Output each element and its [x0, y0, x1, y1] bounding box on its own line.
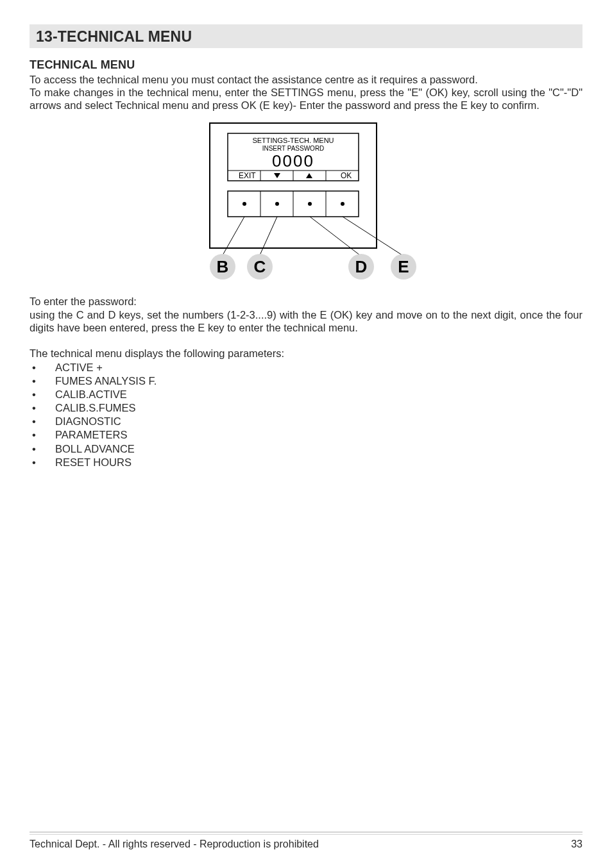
- button-b-dot: [242, 202, 246, 206]
- list-item: •ACTIVE +: [30, 361, 582, 374]
- list-item-label: PARAMETERS: [55, 428, 127, 442]
- list-item: •PARAMETERS: [30, 428, 582, 442]
- label-c: C: [254, 257, 266, 276]
- section-header: 13-TECHNICAL MENU: [30, 24, 582, 48]
- list-item-label: RESET HOURS: [55, 456, 132, 469]
- bullet-icon: •: [30, 456, 55, 469]
- list-item-label: ACTIVE +: [55, 361, 103, 374]
- bullet-icon: •: [30, 401, 55, 415]
- bullet-icon: •: [30, 388, 55, 401]
- label-e: E: [398, 257, 409, 276]
- list-item-label: DIAGNOSTIC: [55, 415, 121, 428]
- list-item-label: CALIB.S.FUMES: [55, 401, 136, 415]
- softkey-ok: OK: [341, 171, 352, 180]
- label-d: D: [355, 257, 368, 276]
- page-footer: Technical Dept. - All rights reserved - …: [30, 831, 582, 850]
- intro-line-1: To access the technical menu you must co…: [30, 73, 582, 86]
- bullet-icon: •: [30, 374, 55, 388]
- footer-left-text: Technical Dept. - All rights reserved - …: [30, 839, 319, 850]
- screen-title: SETTINGS-TECH. MENU: [252, 137, 334, 144]
- softkey-exit: EXIT: [239, 171, 256, 180]
- footer-rule: [30, 834, 582, 835]
- list-item: •CALIB.ACTIVE: [30, 388, 582, 401]
- list-item: •FUMES ANALYSIS F.: [30, 374, 582, 388]
- list-item-label: CALIB.ACTIVE: [55, 388, 127, 401]
- list-item: •CALIB.S.FUMES: [30, 401, 582, 415]
- bullet-icon: •: [30, 415, 55, 428]
- subheading: TECHNICAL MENU: [30, 58, 582, 72]
- page-number: 33: [571, 839, 582, 850]
- list-item: •RESET HOURS: [30, 456, 582, 469]
- button-c-dot: [275, 202, 279, 206]
- label-b: B: [217, 257, 229, 276]
- button-d-dot: [308, 202, 312, 206]
- bullet-icon: •: [30, 428, 55, 442]
- list-item-label: FUMES ANALYSIS F.: [55, 374, 157, 388]
- list-intro: The technical menu displays the followin…: [30, 347, 582, 360]
- button-e-dot: [341, 202, 344, 206]
- screen-value: 0000: [272, 151, 314, 171]
- list-item: •DIAGNOSTIC: [30, 415, 582, 428]
- intro-line-2: To make changes in the technical menu, e…: [30, 86, 582, 112]
- section-title: 13-TECHNICAL MENU: [36, 28, 576, 46]
- bullet-icon: •: [30, 442, 55, 456]
- parameter-list: •ACTIVE + •FUMES ANALYSIS F. •CALIB.ACTI…: [30, 361, 582, 469]
- device-diagram: SETTINGS-TECH. MENU INSERT PASSWORD 0000…: [30, 121, 582, 287]
- bullet-icon: •: [30, 361, 55, 374]
- footer-rule: [30, 831, 582, 833]
- enter-password-heading: To enter the password:: [30, 295, 582, 308]
- list-item: •BOLL ADVANCE: [30, 442, 582, 456]
- enter-password-body: using the C and D keys, set the numbers …: [30, 308, 582, 334]
- list-item-label: BOLL ADVANCE: [55, 442, 135, 456]
